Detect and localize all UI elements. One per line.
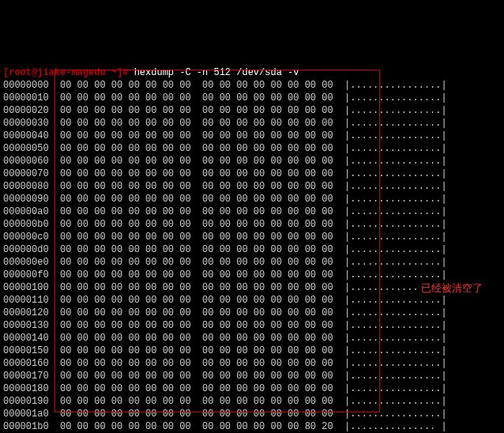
prompt-user: root@jiake-magedu xyxy=(9,67,105,78)
hex-row: 00000010 00 00 00 00 00 00 00 00 00 00 0… xyxy=(3,92,501,104)
command[interactable]: hexdump -C -n 512 /dev/sda -v xyxy=(134,67,299,78)
hex-row: 00000120 00 00 00 00 00 00 00 00 00 00 0… xyxy=(3,307,501,319)
hex-row: 000001b0 00 00 00 00 00 00 00 00 00 00 0… xyxy=(3,420,501,433)
hex-row: 00000170 00 00 00 00 00 00 00 00 00 00 0… xyxy=(3,370,501,382)
hex-row: 00000060 00 00 00 00 00 00 00 00 00 00 0… xyxy=(3,155,501,168)
hex-row: 00000130 00 00 00 00 00 00 00 00 00 00 0… xyxy=(3,319,501,332)
hex-row: 00000150 00 00 00 00 00 00 00 00 00 00 0… xyxy=(3,345,501,357)
hex-row: 00000020 00 00 00 00 00 00 00 00 00 00 0… xyxy=(3,104,501,117)
annotation-label: 已经被清空了 xyxy=(419,282,484,295)
hex-row: 000000b0 00 00 00 00 00 00 00 00 00 00 0… xyxy=(3,218,501,231)
hex-row: 00000080 00 00 00 00 00 00 00 00 00 00 0… xyxy=(3,180,501,193)
hex-row: 00000030 00 00 00 00 00 00 00 00 00 00 0… xyxy=(3,117,501,130)
hex-row: 000001a0 00 00 00 00 00 00 00 00 00 00 0… xyxy=(3,408,501,420)
hex-row: 000000f0 00 00 00 00 00 00 00 00 00 00 0… xyxy=(3,269,501,281)
terminal: [root@jiake-magedu ~]# hexdump -C -n 512… xyxy=(3,54,501,433)
prompt-path: ~ xyxy=(111,67,117,78)
hex-row: 00000110 00 00 00 00 00 00 00 00 00 00 0… xyxy=(3,294,501,307)
hex-row: 00000090 00 00 00 00 00 00 00 00 00 00 0… xyxy=(3,193,501,205)
prompt-close: ]# xyxy=(117,67,128,78)
hex-row: 00000190 00 00 00 00 00 00 00 00 00 00 0… xyxy=(3,395,501,408)
hex-row: 00000050 00 00 00 00 00 00 00 00 00 00 0… xyxy=(3,142,501,155)
hex-row: 00000040 00 00 00 00 00 00 00 00 00 00 0… xyxy=(3,130,501,142)
hex-row: 000000d0 00 00 00 00 00 00 00 00 00 00 0… xyxy=(3,243,501,256)
hex-row: 00000000 00 00 00 00 00 00 00 00 00 00 0… xyxy=(3,79,501,92)
hex-row: 000000c0 00 00 00 00 00 00 00 00 00 00 0… xyxy=(3,231,501,243)
hex-row: 000000e0 00 00 00 00 00 00 00 00 00 00 0… xyxy=(3,256,501,269)
hex-row: 00000180 00 00 00 00 00 00 00 00 00 00 0… xyxy=(3,382,501,395)
hexdump-output: 00000000 00 00 00 00 00 00 00 00 00 00 0… xyxy=(3,79,501,433)
prompt: [root@jiake-magedu ~]# xyxy=(3,67,128,78)
hex-row: 000000a0 00 00 00 00 00 00 00 00 00 00 0… xyxy=(3,205,501,218)
hex-row: 00000140 00 00 00 00 00 00 00 00 00 00 0… xyxy=(3,332,501,345)
hex-row: 00000070 00 00 00 00 00 00 00 00 00 00 0… xyxy=(3,168,501,180)
hex-row: 00000160 00 00 00 00 00 00 00 00 00 00 0… xyxy=(3,357,501,370)
